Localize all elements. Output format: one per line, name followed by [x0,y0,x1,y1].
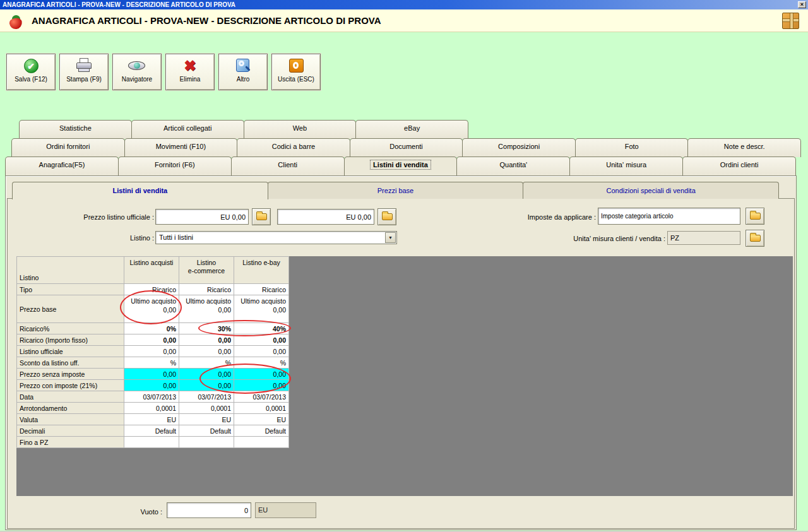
cell[interactable]: Ricarico [234,284,289,295]
delete-button[interactable]: ✖ Elimina [165,54,215,90]
cell[interactable]: EU [179,414,234,425]
subtab-prezzi-base[interactable]: Prezzi base [268,182,524,199]
subtab-listini-di-vendita[interactable]: Listini di vendita [12,182,268,199]
prezzo-listino-input-2[interactable] [277,209,374,225]
cell[interactable] [179,437,234,448]
unita-folder-button[interactable] [746,230,764,247]
cell[interactable]: Ricarico [124,284,179,295]
column-header: Listino e-bay [234,257,289,284]
chevron-down-icon[interactable]: ▼ [385,232,396,243]
cell[interactable]: 30% [179,323,234,334]
row-label: Sconto da listino uff. [17,357,124,369]
cell[interactable]: 0,00 [234,346,289,357]
cell[interactable] [234,437,289,448]
navigator-icon [128,60,146,71]
listino-dropdown[interactable]: Tutti i listini ▼ [155,231,397,244]
close-button[interactable]: × [798,1,806,8]
cell[interactable] [124,437,179,448]
navigator-button[interactable]: Navigatore [112,54,162,90]
cell[interactable]: Default [124,425,179,437]
window-titlebar[interactable]: ANAGRAFICA ARTICOLI - PROVA-NEW - DESCRI… [0,0,808,9]
tab-note-e-descr[interactable]: Note e descr. [687,138,801,157]
app-header: ANAGRAFICA ARTICOLI - PROVA-NEW - DESCRI… [0,9,808,32]
table-row: Fino a PZ [17,437,289,448]
cell[interactable]: 0,00 [179,334,234,346]
prezzo-folder-button-1[interactable] [252,208,271,225]
vuoto-input[interactable] [167,502,251,518]
cell[interactable]: EU [234,414,289,425]
table-row: Prezzo base Ultimo acquisto 0,00 Ultimo … [17,295,289,323]
print-button[interactable]: Stampa (F9) [59,54,109,90]
cell[interactable]: 0,00 [124,346,179,357]
prezzo-listino-input-1[interactable] [155,209,249,225]
cell[interactable]: 03/07/2013 [179,391,234,403]
listino-label: Listino : [25,232,154,244]
cell[interactable]: 0,00 [234,369,289,380]
table-row: Ricarico (Importo fisso) 0,00 0,00 0,00 [17,334,289,346]
tab-fornitori[interactable]: Fornitori (F6) [118,157,232,176]
imposte-folder-button[interactable] [746,208,764,225]
cell[interactable]: 03/07/2013 [124,391,179,403]
cell[interactable]: % [124,357,179,369]
tab-ordini-fornitori[interactable]: Ordini fornitori [11,138,125,157]
cell[interactable]: EU [124,414,179,425]
tab-anagrafica[interactable]: Anagrafica(F5) [5,157,119,176]
tab-documenti[interactable]: Documenti [350,138,463,157]
cell[interactable]: 0,00 [179,369,234,380]
tab-ebay[interactable]: eBay [355,120,468,139]
cell[interactable]: % [234,357,289,369]
row-label: Valuta [17,414,124,425]
cell[interactable]: 0,00 [179,380,234,391]
cell[interactable]: 0,0001 [179,403,234,414]
table-row: Ricarico% 0% 30% 40% [17,323,289,334]
tab-quantita[interactable]: Quantita' [456,157,570,176]
cell[interactable]: Ultimo acquisto 0,00 [179,295,234,323]
table-row: Sconto da listino uff. % % % [17,357,289,369]
prezzo-folder-button-2[interactable] [377,208,396,225]
table-background: Listino Listino acquisti Listino e-comme… [16,256,793,496]
tab-unita-misura[interactable]: Unita' misura [569,157,683,176]
cell[interactable]: 0,00 [124,369,179,380]
exit-button[interactable]: Uscita (ESC) [271,54,321,90]
cell[interactable]: 0,00 [234,334,289,346]
cell[interactable]: 0,00 [124,334,179,346]
cell[interactable]: 0,00 [234,380,289,391]
cell[interactable]: Ultimo acquisto 0,00 [124,295,179,323]
tab-clienti[interactable]: Clienti [231,157,345,176]
cell[interactable]: 03/07/2013 [234,391,289,403]
tab-statistiche[interactable]: Statistiche [19,120,132,139]
tab-articoli-collegati[interactable]: Articoli collegati [131,120,244,139]
tab-web[interactable]: Web [244,120,357,139]
table-row: Listino ufficiale 0,00 0,00 0,00 [17,346,289,357]
row-label: Fino a PZ [17,437,124,448]
imposte-input[interactable] [598,208,740,225]
subtab-condizioni-speciali[interactable]: Condizioni speciali di vendita [523,182,779,199]
navigator-button-label: Navigatore [113,76,161,83]
cell[interactable]: 40% [234,323,289,334]
prezzo-listino-label: Prezzo listino ufficiale : [25,210,154,225]
table-row: Tipo Ricarico Ricarico Ricarico [17,284,289,295]
price-table: Listino Listino acquisti Listino e-comme… [16,256,289,448]
cell[interactable]: 0,0001 [234,403,289,414]
other-button[interactable]: Altro [218,54,268,90]
save-button[interactable]: ✔ Salva (F12) [6,54,56,90]
cell[interactable]: Default [179,425,234,437]
unita-misura-input[interactable] [667,231,740,245]
cell[interactable]: 0,00 [179,346,234,357]
cell[interactable]: 0,00 [124,380,179,391]
row-label: Ricarico% [17,323,124,334]
tab-listini-di-vendita[interactable]: Listini di vendita [344,157,458,177]
tab-ordini-clienti[interactable]: Ordini clienti [682,157,796,176]
cell[interactable]: Ricarico [179,284,234,295]
tab-foto[interactable]: Foto [575,138,689,157]
imposte-label: Imposte da applicare : [504,211,596,223]
tab-codici-a-barre[interactable]: Codici a barre [237,138,350,157]
cell[interactable]: 0% [124,323,179,334]
tab-movimenti[interactable]: Movimenti (F10) [124,138,238,157]
cell[interactable]: % [179,357,234,369]
cell[interactable]: Default [234,425,289,437]
tab-composizioni[interactable]: Composizioni [462,138,576,157]
package-icon[interactable] [782,13,799,29]
cell[interactable]: Ultimo acquisto 0,00 [234,295,289,323]
cell[interactable]: 0,0001 [124,403,179,414]
